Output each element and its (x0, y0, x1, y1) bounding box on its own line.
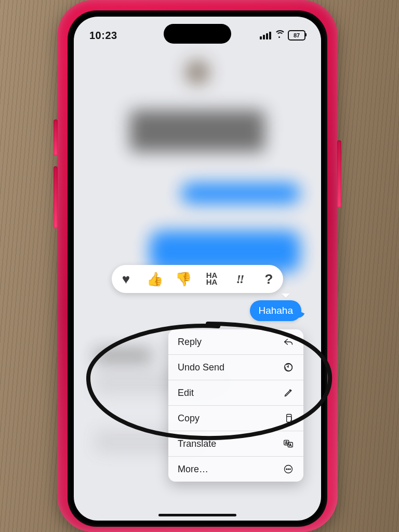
menu-more-label: More… (178, 464, 208, 475)
menu-copy-label: Copy (178, 413, 200, 424)
svg-point-7 (290, 469, 291, 470)
phone-bezel: 10:23 87 (68, 10, 327, 527)
menu-edit[interactable]: Edit (168, 380, 303, 406)
signal-icon (260, 32, 271, 39)
power-button (337, 140, 341, 208)
dynamic-island (164, 24, 231, 44)
tapback-thumbs-up[interactable]: 👍 (143, 271, 167, 287)
tapback-haha-bot: HA (200, 279, 224, 286)
menu-reply-label: Reply (178, 337, 202, 348)
menu-translate-label: Translate (178, 438, 216, 449)
svg-point-5 (286, 469, 287, 470)
home-indicator[interactable] (158, 514, 236, 516)
menu-translate[interactable]: Translate (168, 431, 303, 457)
svg-rect-1 (287, 417, 291, 422)
status-time: 10:23 (89, 30, 117, 42)
tapback-heart[interactable]: ♥ (114, 271, 138, 287)
tapback-exclaim[interactable]: ‼ (229, 272, 252, 286)
menu-edit-label: Edit (178, 388, 194, 398)
message-context-menu: Reply Undo Send Edit (168, 329, 303, 482)
undo-icon (283, 362, 294, 373)
more-icon (283, 463, 294, 475)
tapback-thumbs-down[interactable]: 👎 (171, 271, 195, 287)
menu-undo-send-label: Undo Send (178, 362, 224, 373)
menu-more[interactable]: More… (168, 457, 303, 482)
phone-case: 10:23 87 (57, 0, 338, 532)
pencil-icon (283, 387, 294, 398)
selected-message-text: Hahaha (258, 305, 293, 316)
selected-message-bubble[interactable]: Hahaha (250, 300, 301, 321)
translate-icon (283, 438, 294, 449)
tapback-bar: ♥ 👍 👎 HA HA ‼ ? (112, 265, 283, 293)
tapback-tail (282, 294, 290, 302)
wifi-icon (274, 32, 285, 39)
phone-screen: 10:23 87 (74, 17, 321, 521)
battery-icon: 87 (288, 30, 305, 41)
menu-reply[interactable]: Reply (168, 329, 303, 355)
tapback-haha[interactable]: HA HA (200, 272, 224, 286)
battery-level: 87 (294, 32, 300, 38)
tapback-question[interactable]: ? (257, 271, 281, 287)
menu-copy[interactable]: Copy (168, 406, 303, 431)
svg-point-6 (288, 469, 289, 470)
reply-icon (283, 336, 294, 348)
copy-icon (283, 413, 294, 424)
menu-undo-send[interactable]: Undo Send (168, 355, 303, 380)
